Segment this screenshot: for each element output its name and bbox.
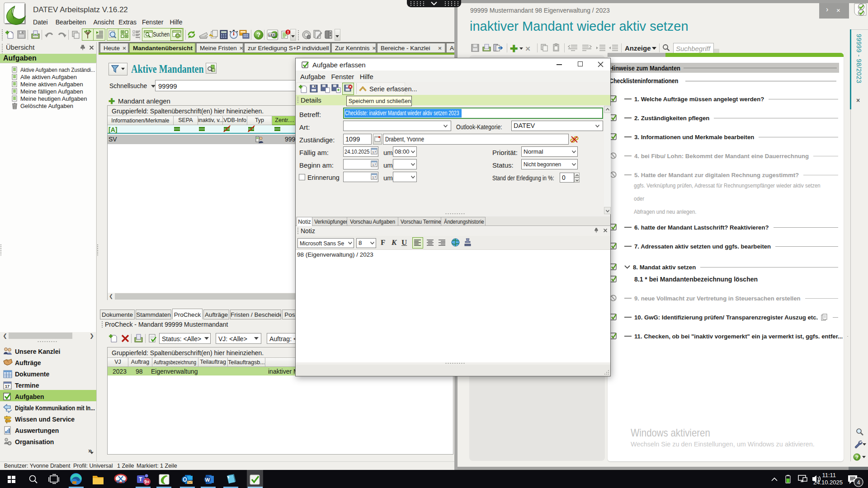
svg-text:W: W [205,477,210,483]
svg-text:4: 4 [857,479,860,486]
svg-text:17: 17 [372,163,376,167]
svg-text:LEX: LEX [269,33,275,37]
svg-text:17: 17 [5,384,9,389]
svg-text:?: ? [257,31,261,38]
svg-text:9+: 9+ [144,479,150,484]
svg-text:17: 17 [372,150,376,154]
svg-text:T: T [139,476,142,483]
svg-text:17: 17 [372,175,376,179]
svg-text:?: ? [855,455,859,460]
